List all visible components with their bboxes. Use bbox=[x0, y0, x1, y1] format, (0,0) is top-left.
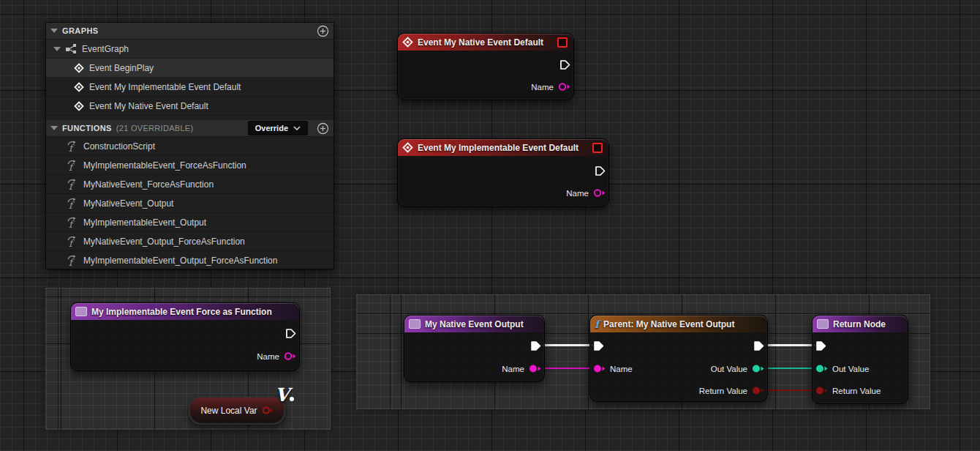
pin-label: Name bbox=[257, 352, 279, 361]
string-pin-icon[interactable] bbox=[558, 82, 570, 92]
exec-pin-icon[interactable] bbox=[593, 340, 604, 351]
string-pin-icon[interactable] bbox=[284, 351, 296, 361]
event-icon bbox=[74, 63, 84, 73]
sidebar-item-event-beginplay[interactable]: Event BeginPlay bbox=[46, 59, 333, 78]
string-pin-icon[interactable] bbox=[593, 188, 606, 198]
node-title: Parent: My Native Event Output bbox=[603, 319, 734, 329]
out-value-pin[interactable]: Out Value bbox=[711, 364, 764, 373]
sidebar-item-eventgraph[interactable]: EventGraph bbox=[46, 40, 333, 59]
add-graph-icon[interactable] bbox=[317, 25, 329, 37]
function-icon: f bbox=[67, 179, 78, 190]
add-function-icon[interactable] bbox=[317, 122, 329, 135]
collapse-arrow-icon[interactable] bbox=[50, 125, 58, 131]
my-blueprint-panel: GRAPHS EventGraph Ev bbox=[45, 22, 334, 269]
function-icon: f bbox=[67, 217, 78, 228]
function-label: MyImplementableEvent_Output_ForceAsFunct… bbox=[83, 256, 277, 266]
exec-out-pin[interactable] bbox=[285, 328, 296, 339]
node-my-implementable-event-force-as-function[interactable]: My Implementable Event Force as Function… bbox=[70, 302, 300, 371]
pin-label: Name bbox=[566, 189, 589, 198]
sidebar-item-function[interactable]: f ConstructionScript bbox=[46, 137, 333, 156]
sidebar-item-function[interactable]: f MyNativeEvent_Output bbox=[46, 194, 333, 213]
event-label: Event BeginPlay bbox=[89, 63, 154, 73]
sidebar-item-function[interactable]: f MyImplementableEvent_Output_ForceAsFun… bbox=[46, 251, 333, 270]
node-header[interactable]: My Implementable Event Force as Function bbox=[71, 303, 299, 320]
event-icon bbox=[402, 37, 413, 48]
string-pin-icon[interactable] bbox=[593, 364, 606, 373]
exec-in-pin[interactable] bbox=[593, 340, 604, 351]
svg-text:f: f bbox=[69, 143, 75, 152]
name-out-pin[interactable]: Name bbox=[566, 188, 606, 198]
node-header[interactable]: Event My Native Event Default bbox=[398, 34, 573, 51]
node-header[interactable]: Return Node bbox=[813, 316, 908, 332]
name-out-pin[interactable]: Name bbox=[531, 82, 570, 92]
string-pin-icon[interactable] bbox=[529, 364, 541, 373]
svg-text:f: f bbox=[69, 181, 75, 190]
sidebar-item-function[interactable]: f MyNativeEvent_Output_ForceAsFunction bbox=[46, 232, 333, 251]
function-entry-icon bbox=[75, 307, 87, 316]
drag-variable-cursor: V bbox=[275, 386, 294, 404]
svg-text:f: f bbox=[69, 238, 75, 247]
node-header[interactable]: Event My Implementable Event Default bbox=[398, 139, 608, 156]
dark-red-pin-icon[interactable] bbox=[752, 386, 764, 395]
overridable-event-icon bbox=[592, 143, 603, 153]
node-event-my-native-event-default[interactable]: Event My Native Event Default Name bbox=[397, 33, 574, 100]
name-in-pin[interactable]: Name bbox=[593, 364, 633, 373]
node-my-native-event-output[interactable]: My Native Event Output Name bbox=[404, 315, 545, 382]
event-icon bbox=[402, 142, 413, 153]
exec-pin-icon[interactable] bbox=[815, 340, 826, 351]
node-title: Return Node bbox=[833, 319, 886, 329]
collapse-arrow-icon[interactable] bbox=[50, 28, 58, 34]
exec-pin-icon[interactable] bbox=[530, 340, 541, 351]
function-icon: f bbox=[67, 236, 78, 247]
blueprint-graph-editor[interactable]: GRAPHS EventGraph Ev bbox=[0, 0, 980, 451]
override-dropdown[interactable]: Override bbox=[248, 121, 308, 135]
sidebar-item-event-implementable[interactable]: Event My Implementable Event Default bbox=[46, 78, 333, 97]
exec-pin-icon[interactable] bbox=[559, 59, 570, 70]
sidebar-item-event-native[interactable]: Event My Native Event Default bbox=[46, 97, 333, 116]
exec-in-pin[interactable] bbox=[815, 340, 826, 351]
function-call-icon: f bbox=[595, 319, 599, 329]
exec-out-pin[interactable] bbox=[530, 340, 541, 351]
green-pin-icon[interactable] bbox=[815, 364, 828, 373]
node-new-local-var[interactable]: New Local Var bbox=[189, 396, 285, 425]
dark-red-pin-icon[interactable] bbox=[815, 386, 828, 395]
exec-pin-icon[interactable] bbox=[285, 328, 296, 339]
exec-out-pin[interactable] bbox=[595, 165, 606, 176]
exec-wire[interactable] bbox=[761, 344, 819, 346]
pin-label: Return Value bbox=[699, 387, 747, 395]
out-value-in-pin[interactable]: Out Value bbox=[815, 364, 869, 373]
node-header[interactable]: f Parent: My Native Event Output bbox=[590, 316, 767, 332]
pin-label: Out Value bbox=[832, 365, 869, 373]
expander-icon[interactable] bbox=[53, 46, 61, 52]
object-pin-icon[interactable] bbox=[262, 406, 274, 415]
node-event-my-implementable-event-default[interactable]: Event My Implementable Event Default Nam… bbox=[397, 138, 609, 207]
function-label: MyNativeEvent_Output bbox=[83, 198, 173, 209]
sidebar-item-function[interactable]: f MyImplementableEvent_Output bbox=[46, 213, 333, 232]
pin-label: Name bbox=[531, 83, 554, 92]
sidebar-item-function[interactable]: f MyNativeEvent_ForceAsFunction bbox=[46, 175, 333, 194]
exec-pin-icon[interactable] bbox=[595, 165, 606, 176]
node-parent-my-native-event-output[interactable]: f Parent: My Native Event Output Name Ou… bbox=[589, 315, 768, 402]
name-out-pin[interactable]: Name bbox=[257, 351, 296, 361]
override-dropdown-label: Override bbox=[255, 124, 288, 133]
return-value-in-pin[interactable]: Return Value bbox=[815, 386, 881, 395]
exec-pin-icon[interactable] bbox=[753, 340, 764, 351]
graphs-section-header[interactable]: GRAPHS bbox=[46, 23, 333, 40]
green-pin-icon[interactable] bbox=[752, 364, 764, 373]
return-value-pin[interactable]: Return Value bbox=[699, 386, 764, 395]
exec-out-pin[interactable] bbox=[753, 340, 764, 351]
function-label: MyImplementableEvent_Output bbox=[83, 217, 206, 228]
function-icon: f bbox=[67, 160, 78, 171]
node-header[interactable]: My Native Event Output bbox=[404, 316, 544, 332]
functions-overridable-note: (21 OVERRIDABLE) bbox=[116, 124, 194, 133]
functions-section-header[interactable]: FUNCTIONS (21 OVERRIDABLE) Override bbox=[46, 120, 333, 137]
node-return-node[interactable]: Return Node Out Value Return Value bbox=[812, 315, 908, 404]
event-icon bbox=[74, 101, 84, 111]
exec-out-pin[interactable] bbox=[559, 59, 570, 70]
eventgraph-icon bbox=[66, 44, 77, 54]
functions-section-title: FUNCTIONS bbox=[62, 124, 112, 133]
sidebar-item-function[interactable]: f MyImplementableEvent_ForceAsFunction bbox=[46, 156, 333, 175]
name-out-pin[interactable]: Name bbox=[502, 364, 541, 373]
svg-text:f: f bbox=[69, 162, 75, 171]
node-title: My Implementable Event Force as Function bbox=[91, 307, 272, 317]
